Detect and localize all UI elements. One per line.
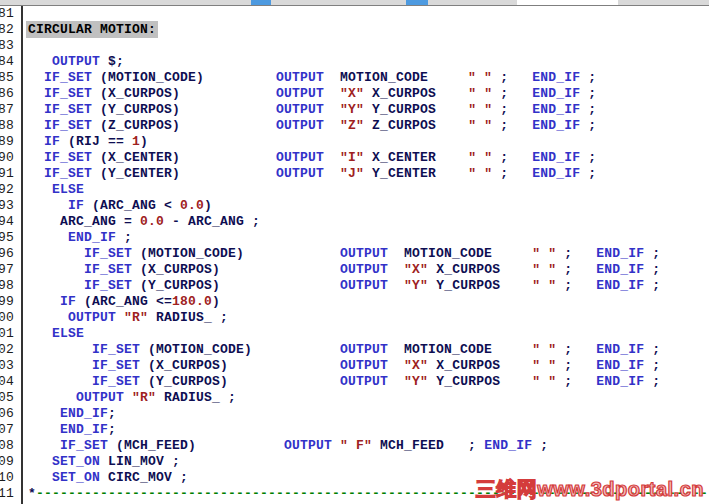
code-token: END_IF (532, 166, 580, 181)
code-token (388, 278, 404, 293)
code-token: ; (108, 406, 116, 421)
code-token: END_IF (532, 118, 580, 133)
code-line[interactable]: END_IF; (28, 406, 708, 422)
code-token: - ARC_ANG ; (164, 214, 260, 229)
code-area[interactable]: CIRCULAR MOTION: OUTPUT $; IF_SET (MOTIO… (28, 6, 708, 502)
code-token: "X" (340, 86, 364, 101)
code-token: (MOTION_CODE) (92, 70, 276, 85)
code-token (28, 454, 52, 469)
code-line[interactable]: CIRCULAR MOTION: (28, 22, 708, 38)
code-line[interactable]: END_IF ; (28, 230, 708, 246)
code-line[interactable]: IF_SET (X_CENTER) OUTPUT "I" X_CENTER " … (28, 150, 708, 166)
code-line[interactable]: IF_SET (MOTION_CODE) OUTPUT MOTION_CODE … (28, 342, 708, 358)
code-token: (RIJ == (60, 134, 132, 149)
code-line[interactable]: OUTPUT "R" RADIUS_ ; (28, 310, 708, 326)
code-token: ) (212, 294, 220, 309)
code-line[interactable]: IF_SET (X_CURPOS) OUTPUT "X" X_CURPOS " … (28, 358, 708, 374)
code-token: END_IF (532, 102, 580, 117)
code-token: OUTPUT (340, 358, 388, 373)
code-token: END_IF (532, 150, 580, 165)
line-number: 96 (0, 246, 14, 262)
code-token: 180.0 (172, 294, 212, 309)
line-number: 109 (0, 454, 14, 470)
code-token (388, 374, 404, 389)
line-number-gutter: 8182838485868788899091929394959697989910… (0, 6, 14, 502)
line-number: 89 (0, 134, 14, 150)
code-token: "Y" (340, 102, 364, 117)
code-token: ; (580, 150, 596, 165)
code-token: ; (556, 262, 596, 277)
gutter-row: 107 (0, 422, 14, 438)
code-line[interactable]: OUTPUT "R" RADIUS_ ; (28, 390, 708, 406)
code-token: ; (492, 86, 532, 101)
code-token: "J" (340, 166, 364, 181)
code-token: OUTPUT (284, 438, 332, 453)
code-line[interactable]: IF_SET (Z_CURPOS) OUTPUT "Z" Z_CURPOS " … (28, 118, 708, 134)
code-token: ; (492, 150, 532, 165)
code-token: ; (556, 278, 596, 293)
code-token: ; (580, 166, 596, 181)
code-token: END_IF (596, 374, 644, 389)
code-line[interactable]: IF_SET (X_CURPOS) OUTPUT "X" X_CURPOS " … (28, 262, 708, 278)
code-token (28, 70, 44, 85)
code-line[interactable]: IF_SET (X_CURPOS) OUTPUT "X" X_CURPOS " … (28, 86, 708, 102)
code-line[interactable]: IF_SET (MCH_FEED) OUTPUT " F" MCH_FEED ;… (28, 438, 708, 454)
code-token: Y_CURPOS (428, 278, 532, 293)
code-line[interactable]: IF_SET (MOTION_CODE) OUTPUT MOTION_CODE … (28, 70, 708, 86)
code-token: " " (468, 70, 492, 85)
code-token: END_IF (484, 438, 532, 453)
code-line[interactable] (28, 38, 708, 54)
code-token (124, 390, 132, 405)
code-token: ; (556, 246, 596, 261)
code-token: IF_SET (44, 86, 92, 101)
code-token: ) (204, 198, 212, 213)
code-line[interactable]: OUTPUT $; (28, 54, 708, 70)
code-line[interactable]: ELSE (28, 326, 708, 342)
code-token (28, 230, 68, 245)
code-line[interactable]: END_IF; (28, 422, 708, 438)
code-line[interactable]: IF_SET (MOTION_CODE) OUTPUT MOTION_CODE … (28, 246, 708, 262)
code-line[interactable]: ARC_ANG = 0.0 - ARC_ANG ; (28, 214, 708, 230)
code-token: ; (116, 230, 132, 245)
code-token: OUTPUT (340, 262, 388, 277)
code-token: "R" (132, 390, 156, 405)
code-line[interactable]: IF (RIJ == 1) (28, 134, 708, 150)
code-token (28, 374, 92, 389)
gutter-row: 85 (0, 70, 14, 86)
code-token (28, 422, 60, 437)
code-token: OUTPUT (276, 102, 324, 117)
code-line[interactable]: IF_SET (Y_CURPOS) OUTPUT "Y" Y_CURPOS " … (28, 278, 708, 294)
code-line[interactable]: IF_SET (Y_CURPOS) OUTPUT "Y" Y_CURPOS " … (28, 102, 708, 118)
code-token: " " (468, 150, 492, 165)
code-token: OUTPUT (340, 342, 388, 357)
code-token: " " (532, 246, 556, 261)
code-token (28, 150, 44, 165)
code-token: ; (492, 166, 532, 181)
code-token: (MCH_FEED) (108, 438, 284, 453)
code-token: IF_SET (92, 374, 140, 389)
code-token: END_IF (60, 406, 108, 421)
code-line[interactable]: SET_ON LIN_MOV ; (28, 454, 708, 470)
code-token: END_IF (532, 86, 580, 101)
code-token (324, 86, 340, 101)
line-number: 95 (0, 230, 14, 246)
code-token: 1 (132, 134, 140, 149)
code-line[interactable]: ELSE (28, 182, 708, 198)
code-line[interactable] (28, 6, 708, 22)
code-line[interactable]: IF_SET (Y_CENTER) OUTPUT "J" Y_CENTER " … (28, 166, 708, 182)
line-number: 97 (0, 262, 14, 278)
code-token (28, 278, 84, 293)
code-token: ELSE (52, 326, 84, 341)
line-number: 86 (0, 86, 14, 102)
code-line[interactable]: IF (ARC_ANG <=180.0) (28, 294, 708, 310)
gutter-row: 95 (0, 230, 14, 246)
code-token (28, 326, 52, 341)
code-line[interactable]: IF (ARC_ANG < 0.0) (28, 198, 708, 214)
gutter-row: 100 (0, 310, 14, 326)
code-token: " F" (340, 438, 372, 453)
code-token (28, 390, 76, 405)
code-token (28, 358, 92, 373)
gutter-row: 87 (0, 102, 14, 118)
code-line[interactable]: IF_SET (Y_CURPOS) OUTPUT "Y" Y_CURPOS " … (28, 374, 708, 390)
code-token (28, 438, 60, 453)
